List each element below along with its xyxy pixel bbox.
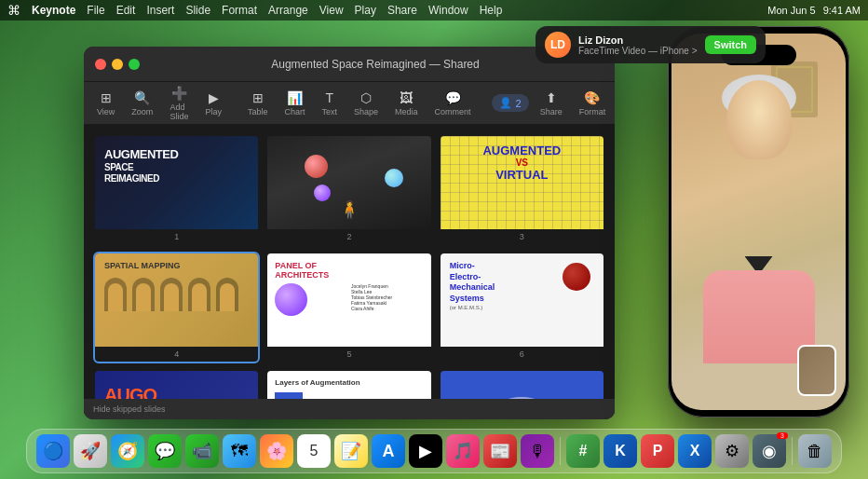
slide-3-augmented: Augmented	[452, 144, 592, 157]
system-prefs-icon: ⚙	[725, 441, 739, 461]
dock-finder[interactable]: 🔵	[36, 434, 70, 468]
toolbar-play[interactable]: ▶ Play	[199, 87, 227, 120]
arch-2	[132, 278, 155, 311]
toolbar-chart[interactable]: 📊 Chart	[278, 87, 310, 120]
arch-5	[216, 278, 238, 311]
toolbar-shape[interactable]: ⬡ Shape	[348, 87, 384, 120]
dock-messages[interactable]: 💬	[148, 434, 182, 468]
facetime-avatar: LD	[545, 32, 571, 58]
slide-4-number: 4	[95, 347, 258, 362]
dock-podcasts[interactable]: 🎙	[521, 434, 554, 468]
dock-safari[interactable]: 🧭	[111, 434, 144, 468]
dock-separator	[560, 437, 561, 465]
trash-icon: 🗑	[807, 442, 823, 461]
toolbar-comment[interactable]: 💬 Comment	[429, 87, 477, 120]
dock-control[interactable]: ◉ 3	[753, 434, 786, 468]
iphone	[668, 26, 849, 417]
dock-trash[interactable]: 🗑	[798, 434, 832, 468]
slide-5-thumb: PANEL OF ARCHITECTS Jocelyn Franquen Ste…	[267, 253, 430, 347]
comment-icon: 💬	[445, 90, 461, 105]
toolbar-media[interactable]: 🖼 Media	[389, 87, 424, 120]
news-icon: 📰	[490, 441, 510, 461]
messages-icon: 💬	[155, 441, 175, 461]
slide-3[interactable]: Augmented VS Virtual 3	[441, 136, 604, 244]
dock-numbers[interactable]: #	[566, 434, 600, 468]
slide-5[interactable]: PANEL OF ARCHITECTS Jocelyn Franquen Ste…	[267, 253, 430, 362]
keynote-icon: K	[615, 443, 626, 459]
toolbar-collaboration[interactable]: 👤 2	[492, 94, 529, 112]
chart-label: Chart	[284, 107, 305, 116]
menu-slide[interactable]: Slide	[185, 4, 210, 17]
menu-edit[interactable]: Edit	[116, 4, 136, 17]
minimize-button[interactable]	[112, 59, 123, 70]
view-label: View	[97, 107, 115, 116]
slide-4-title: Spatial Mapping	[95, 253, 258, 278]
dock-news[interactable]: 📰	[483, 434, 517, 468]
menu-file[interactable]: File	[87, 4, 104, 17]
menu-insert[interactable]: Insert	[146, 4, 174, 17]
format-icon: 🎨	[584, 90, 600, 105]
facetime-switch-button[interactable]: Switch	[705, 35, 756, 54]
menu-window[interactable]: Window	[428, 4, 468, 17]
slide-4-arches	[95, 278, 258, 319]
calendar-icon: 5	[310, 443, 319, 459]
close-button[interactable]	[95, 59, 106, 70]
media-icon: 🖼	[400, 90, 413, 105]
slide-1-thumb: AUGMENTED SPACE REIMAGINED	[95, 136, 258, 229]
music-icon: 🎵	[453, 441, 473, 461]
keynote-window: Augmented Space Reimagined — Shared ⊞ Vi…	[84, 47, 615, 419]
apple-menu[interactable]: ⌘	[7, 3, 20, 18]
slide-5-names: Jocelyn Franquen Stella Lee Tobias Stein…	[351, 283, 424, 316]
dock-photos[interactable]: 🌸	[260, 434, 293, 468]
facetime-notification: LD Liz Dizon FaceTime Video — iPhone > S…	[536, 26, 766, 63]
fullscreen-button[interactable]	[129, 59, 140, 70]
dock-launchpad[interactable]: 🚀	[74, 434, 107, 468]
dock-tv[interactable]: ▶	[409, 434, 442, 468]
traffic-lights	[95, 59, 140, 70]
menu-play[interactable]: Play	[355, 4, 376, 17]
menu-view[interactable]: View	[319, 4, 344, 17]
menubar-left: ⌘ Keynote File Edit Insert Slide Format …	[7, 3, 502, 18]
toolbar-share[interactable]: ⬆ Share	[535, 87, 568, 120]
dock-facetime[interactable]: 📹	[185, 434, 219, 468]
pages-icon: P	[653, 443, 663, 459]
toolbar-text[interactable]: T Text	[316, 87, 343, 120]
orb-blue	[385, 169, 403, 187]
add-slide-icon: ➕	[171, 86, 187, 101]
dock-appstore[interactable]: A	[372, 434, 405, 468]
menu-arrange[interactable]: Arrange	[268, 4, 308, 17]
slide-3-thumb: Augmented VS Virtual	[441, 136, 604, 229]
dock-notes[interactable]: 📝	[334, 434, 368, 468]
hide-skipped-label[interactable]: Hide skipped slides	[93, 404, 166, 414]
control-badge: 3	[777, 432, 788, 439]
menu-share[interactable]: Share	[387, 4, 417, 17]
slide-5-orb	[275, 283, 307, 316]
slide-2[interactable]: 🧍 2	[267, 136, 430, 244]
keynote-toolbar: ⊞ View 🔍 Zoom ➕ Add Slide ▶ Play ⊞ Table…	[84, 82, 615, 125]
menu-format[interactable]: Format	[222, 4, 257, 17]
toolbar-table[interactable]: ⊞ Table	[242, 87, 274, 120]
appstore-icon: A	[383, 442, 395, 461]
menu-help[interactable]: Help	[480, 4, 503, 17]
toolbar-zoom[interactable]: 🔍 Zoom	[126, 87, 158, 120]
dock-keynote[interactable]: K	[604, 434, 637, 468]
dock-xcode[interactable]: X	[678, 434, 712, 468]
toolbar-view[interactable]: ⊞ View	[91, 87, 120, 120]
dock-system-prefs[interactable]: ⚙	[715, 434, 749, 468]
dock-calendar[interactable]: 5	[297, 434, 331, 468]
slide-5-title-2: ARCHITECTS	[275, 270, 423, 280]
slide-8-title: Layers of Augmentation	[275, 378, 423, 387]
slide-1[interactable]: AUGMENTED SPACE REIMAGINED 1	[95, 136, 258, 244]
toolbar-format[interactable]: 🎨 Format	[574, 87, 612, 120]
menubar-right: Mon Jun 5 9:41 AM	[767, 5, 861, 16]
collab-icon: 👤	[499, 97, 512, 109]
tv-icon: ▶	[419, 441, 432, 461]
slide-6[interactable]: Micro-Electro-MechanicalSystems (or M.E.…	[441, 253, 604, 362]
slide-4[interactable]: Spatial Mapping 4	[95, 253, 258, 362]
app-name[interactable]: Keynote	[32, 4, 75, 17]
dock-music[interactable]: 🎵	[446, 434, 480, 468]
shape-label: Shape	[354, 107, 378, 116]
dock-pages[interactable]: P	[641, 434, 674, 468]
dock-maps[interactable]: 🗺	[223, 434, 256, 468]
toolbar-add-slide[interactable]: ➕ Add Slide	[164, 82, 194, 125]
